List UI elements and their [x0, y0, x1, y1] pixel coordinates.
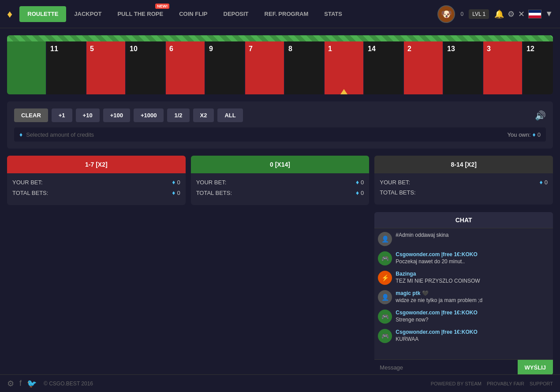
- clear-button[interactable]: CLEAR: [14, 108, 48, 122]
- roulette-cell-10: 2: [404, 41, 444, 94]
- steam-icon[interactable]: ⚙: [7, 379, 14, 388]
- nav-pull-the-rope[interactable]: PULL THE ROPE NEW!: [109, 0, 171, 28]
- new-badge: NEW!: [155, 4, 169, 9]
- chat-message-2: ⚡ Bazinga TEZ MI NIE PRZYSZLO COINSOW: [378, 271, 549, 285]
- diamond-icon-red-total: ♦: [172, 189, 175, 196]
- facebook-icon[interactable]: f: [19, 379, 22, 388]
- chat-username-3: magic ptk 🖤: [396, 290, 482, 296]
- roulette-cell-3: 10: [126, 41, 166, 94]
- sound-button[interactable]: 🔊: [535, 110, 546, 121]
- footer-copyright: © CSGO.BEST 2016: [44, 381, 93, 387]
- plus10-button[interactable]: +10: [76, 108, 100, 122]
- support-link[interactable]: SUPPORT: [530, 381, 553, 386]
- bet-controls: CLEAR +1 +10 +100 +1000 1/2 X2 ALL 🔊 ♦ S…: [7, 101, 553, 149]
- footer: ⚙ f 🐦 © CSGO.BEST 2016 POWERED BY STEAM …: [0, 374, 560, 392]
- half-button[interactable]: 1/2: [167, 108, 189, 122]
- chevron-down-button[interactable]: ▼: [545, 9, 553, 19]
- chat-messages: 👤 #Admin oddawaj skina 🎮 Csgowonder.com …: [374, 228, 553, 359]
- twitter-icon[interactable]: 🐦: [27, 379, 37, 388]
- diamond-icon-red-bet: ♦: [172, 179, 175, 186]
- chat-msg-content-3: magic ptk 🖤 widze ze nie tylko ja mam pr…: [396, 290, 482, 303]
- diamond-icon-input: ♦: [19, 131, 22, 138]
- roulette-cell-0: [7, 41, 47, 94]
- plus1000-button[interactable]: +1000: [134, 108, 164, 122]
- double-button[interactable]: X2: [193, 108, 214, 122]
- nav-jackpot[interactable]: JACKPOT: [66, 0, 109, 28]
- footer-icons: ⚙ f 🐦: [7, 379, 37, 388]
- roulette-cell-12: 3: [483, 41, 523, 94]
- avatar-wrap: 🐶: [437, 5, 455, 23]
- nav-stats[interactable]: STATS: [316, 0, 350, 28]
- logo-icon[interactable]: ♦: [7, 8, 12, 20]
- plus1-button[interactable]: +1: [52, 108, 72, 122]
- chat-text-1: Poczekaj nawet do 20 minut..: [396, 258, 477, 265]
- avatar[interactable]: 🐶: [437, 5, 455, 23]
- chat-message-5: 🎮 Csgowonder.com |free 1€:KOKO KURWAA: [378, 329, 549, 343]
- chat-send-button[interactable]: WYŚLIJ: [518, 360, 553, 375]
- provably-fair-link[interactable]: PROVABLY FAIR: [487, 381, 524, 386]
- bet-panel-red: 1-7 [X2] YOUR BET: ♦ 0 TOTAL BETS: ♦ 0: [7, 156, 186, 205]
- diamond-icon-green-total: ♦: [356, 189, 359, 196]
- red-total-bets-label: TOTAL BETS:: [12, 190, 48, 196]
- black-total-bets-row: TOTAL BETS:: [380, 189, 548, 196]
- chat-header: CHAT: [374, 212, 553, 228]
- black-your-bet-label: YOUR BET:: [380, 179, 410, 186]
- roulette-cell-7: 8: [285, 41, 325, 94]
- settings-button[interactable]: ⚙: [508, 9, 515, 19]
- red-your-bet-label: YOUR BET:: [12, 179, 43, 186]
- chat-column: CHAT 👤 #Admin oddawaj skina 🎮 Csgowonder…: [374, 212, 553, 375]
- user-online-count: 0: [460, 11, 463, 17]
- green-your-bet-label: YOUR BET:: [196, 179, 227, 186]
- powered-by-steam[interactable]: POWERED BY STEAM: [431, 381, 482, 386]
- header: ♦ ROULETTE JACKPOT PULL THE ROPE NEW! CO…: [0, 0, 560, 28]
- chat-text-4: Strenge now?: [396, 317, 477, 323]
- header-right: 🐶 0 LVL 1 🔔 ⚙ ✕ ▼: [437, 5, 553, 23]
- level-badge: LVL 1: [469, 9, 489, 19]
- chat-avatar-3: 👤: [378, 290, 392, 304]
- roulette-cell-8: 1: [325, 41, 364, 94]
- chat-message-input[interactable]: [374, 360, 517, 375]
- green-your-bet-row: YOUR BET: ♦ 0: [196, 179, 364, 186]
- black-panel-body: YOUR BET: ♦ 0 TOTAL BETS:: [374, 173, 553, 205]
- main-content: 11 5 10 6 9 7 8 1 14 2 13 3 12 4 0 CLEAR…: [0, 28, 560, 392]
- language-flag[interactable]: [528, 10, 541, 19]
- chat-avatar-5: 🎮: [378, 329, 392, 343]
- credit-input-row: ♦ Selected amount of credits You own: ♦ …: [14, 127, 546, 142]
- diamond-icon-green-bet: ♦: [356, 179, 359, 186]
- notifications-button[interactable]: 🔔: [494, 9, 504, 19]
- plus100-button[interactable]: +100: [103, 108, 130, 122]
- chat-text-0: #Admin oddawaj skina: [396, 232, 448, 238]
- black-panel-header[interactable]: 8-14 [X2]: [374, 156, 553, 173]
- red-your-bet-value: ♦ 0: [172, 179, 180, 186]
- green-panel-header[interactable]: 0 [X14]: [191, 156, 370, 173]
- bet-panel-black: 8-14 [X2] YOUR BET: ♦ 0 TOTAL BETS:: [374, 156, 553, 205]
- roulette-track-wrap: [7, 35, 553, 41]
- chat-message-1: 🎮 Csgowonder.com |free 1€:KOKO Poczekaj …: [378, 251, 549, 265]
- red-panel-header[interactable]: 1-7 [X2]: [7, 156, 186, 173]
- nav-deposit[interactable]: DEPOSIT: [216, 0, 257, 28]
- roulette-cell-6: 7: [245, 41, 285, 94]
- footer-links: POWERED BY STEAM PROVABLY FAIR SUPPORT: [431, 381, 553, 386]
- nav-ref-program[interactable]: REF. PROGRAM: [257, 0, 317, 28]
- chat-avatar-2: ⚡: [378, 271, 392, 285]
- close-button[interactable]: ✕: [518, 9, 525, 19]
- chat-layout: CHAT 👤 #Admin oddawaj skina 🎮 Csgowonder…: [7, 212, 553, 375]
- chat-username-1: Csgowonder.com |free 1€:KOKO: [396, 251, 477, 258]
- roulette-cell-13: 12: [523, 41, 553, 94]
- diamond-icon-black-bet: ♦: [540, 179, 543, 186]
- credit-placeholder: Selected amount of credits: [26, 131, 504, 138]
- nav-roulette[interactable]: ROULETTE: [19, 6, 66, 22]
- chat-avatar-4: 🎮: [378, 310, 392, 324]
- you-own: You own: ♦ 0: [508, 131, 541, 138]
- chat-msg-content-4: Csgowonder.com |free 1€:KOKO Strenge now…: [396, 310, 477, 323]
- all-button[interactable]: ALL: [217, 108, 243, 122]
- diamond-icon-own: ♦: [533, 131, 536, 138]
- chat-msg-content-2: Bazinga TEZ MI NIE PRZYSZLO COINSOW: [396, 271, 480, 284]
- green-total-bets-value: ♦ 0: [356, 189, 364, 196]
- black-your-bet-row: YOUR BET: ♦ 0: [380, 179, 548, 186]
- roulette-marker: [340, 89, 347, 94]
- green-your-bet-value: ♦ 0: [356, 179, 364, 186]
- chat-username-4: Csgowonder.com |free 1€:KOKO: [396, 310, 477, 316]
- nav-coin-flip[interactable]: COIN FLIP: [171, 0, 215, 28]
- bet-buttons-row: CLEAR +1 +10 +100 +1000 1/2 X2 ALL 🔊: [14, 108, 546, 122]
